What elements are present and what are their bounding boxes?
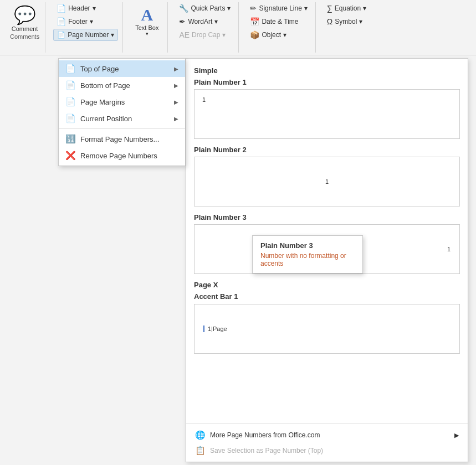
- menu-item-top-of-page[interactable]: 📄 Top of Page ▶: [59, 60, 185, 77]
- plain-number-2-preview[interactable]: 1: [194, 157, 460, 206]
- insert-rows: 🔧 Quick Parts ▾ ✒ WordArt ▾ AE Drop Cap …: [176, 2, 234, 41]
- comments-group-label: Comments: [10, 33, 39, 40]
- drop-cap-button[interactable]: AE Drop Cap ▾: [176, 29, 234, 41]
- globe-icon: 🌐: [195, 430, 206, 440]
- top-of-page-icon: 📄: [65, 64, 76, 74]
- quick-parts-icon: 🔧: [179, 4, 188, 13]
- comment-button[interactable]: 💬 Comment Comments: [4, 2, 45, 53]
- save-selection-icon: 📋: [195, 446, 206, 456]
- comment-icon: 💬: [14, 4, 36, 25]
- textbox-button[interactable]: A Text Box ▾: [131, 2, 163, 40]
- plain-number-1-label: Plain Number 1: [194, 78, 460, 86]
- accent-bar-1-item: 1|Page: [194, 304, 460, 354]
- remove-page-numbers-icon: ❌: [65, 151, 76, 161]
- tooltip-description: Number with no formatting or accents: [260, 252, 355, 267]
- footer-button[interactable]: 📄 Footer ▾: [53, 16, 118, 28]
- menu-item-bottom-of-page[interactable]: 📄 Bottom of Page ▶: [59, 77, 185, 94]
- date-time-button[interactable]: 📅 Date & Time: [247, 16, 310, 28]
- save-selection-button: 📋 Save Selection as Page Number (Top): [192, 443, 462, 458]
- menu-item-current-position[interactable]: 📄 Current Position ▶: [59, 110, 185, 127]
- menu-item-remove-page-numbers-label: Remove Page Numbers: [80, 152, 157, 160]
- plain-number-2-label: Plain Number 2: [194, 146, 460, 154]
- symbol-button[interactable]: Ω Symbol ▾: [324, 16, 370, 28]
- comment-label: Comment: [12, 25, 38, 32]
- section-simple-title: Simple: [194, 66, 460, 75]
- wordart-label: WordArt: [188, 18, 212, 25]
- section-page-x-title: Page X: [194, 281, 460, 289]
- equation-button[interactable]: ∑ Equation ▾: [324, 2, 370, 14]
- sig-group: ✏ Signature Line ▾ 📅 Date & Time 📦 Objec…: [242, 2, 315, 53]
- plain-number-2-item: Plain Number 2 1: [194, 146, 460, 206]
- plain-number-1-value: 1: [202, 96, 206, 103]
- textbox-group: A Text Box ▾: [126, 2, 168, 53]
- drop-cap-icon: AE: [179, 30, 190, 39]
- wordart-icon: ✒: [179, 17, 186, 26]
- chevron-right-icon-2: ▶: [174, 82, 178, 89]
- page-number-icon: 📄: [57, 31, 65, 39]
- menu-item-top-of-page-label: Top of Page: [80, 65, 119, 73]
- menu-item-current-position-label: Current Position: [80, 115, 132, 123]
- header-label: Header: [68, 4, 90, 12]
- symbol-icon: Ω: [327, 17, 332, 26]
- equation-label: Equation: [335, 4, 361, 12]
- page-number-label: Page Number: [68, 31, 109, 39]
- plain-number-3-label: Plain Number 3: [194, 213, 460, 221]
- page-number-dropdown: 📄 Top of Page ▶ 📄 Bottom of Page ▶ 📄 Pag…: [58, 58, 186, 166]
- header-button[interactable]: 📄 Header ▾: [53, 2, 118, 14]
- date-time-label: Date & Time: [262, 18, 298, 25]
- plain-number-1-item: Plain Number 1 1: [194, 78, 460, 139]
- save-selection-label: Save Selection as Page Number (Top): [210, 447, 323, 454]
- sig-rows: ✏ Signature Line ▾ 📅 Date & Time 📦 Objec…: [247, 2, 310, 41]
- menu-item-remove-page-numbers[interactable]: ❌ Remove Page Numbers: [59, 147, 185, 164]
- equation-rows: ∑ Equation ▾ Ω Symbol ▾: [324, 2, 370, 28]
- wordart-button[interactable]: ✒ WordArt ▾: [176, 16, 234, 28]
- menu-item-format-page-numbers-label: Format Page Numbers...: [80, 135, 159, 143]
- header-footer-rows: 📄 Header ▾ 📄 Footer ▾ 📄 Page Number ▾: [53, 2, 118, 41]
- more-page-numbers-arrow: ▶: [454, 432, 459, 439]
- menu-divider-1: [59, 128, 185, 129]
- header-footer-group: 📄 Header ▾ 📄 Footer ▾ 📄 Page Number ▾: [49, 2, 123, 53]
- chevron-right-icon-4: ▶: [174, 116, 178, 122]
- header-icon: 📄: [57, 4, 66, 13]
- menu-item-page-margins[interactable]: 📄 Page Margins ▶: [59, 94, 185, 110]
- date-time-icon: 📅: [250, 17, 259, 26]
- ribbon: 💬 Comment Comments 📄 Header ▾ 📄 Footer ▾…: [0, 0, 476, 55]
- quick-parts-label: Quick Parts: [191, 4, 225, 12]
- signature-line-label: Signature Line: [259, 4, 301, 12]
- signature-line-button[interactable]: ✏ Signature Line ▾: [247, 2, 310, 14]
- format-page-numbers-icon: 🔢: [65, 134, 76, 144]
- equation-icon: ∑: [327, 4, 332, 13]
- equation-group: ∑ Equation ▾ Ω Symbol ▾: [319, 2, 374, 53]
- quick-parts-button[interactable]: 🔧 Quick Parts ▾: [176, 2, 234, 14]
- object-label: Object: [262, 31, 281, 39]
- section-accent-title: Accent Bar 1: [194, 292, 460, 301]
- textbox-icon: A: [141, 6, 153, 24]
- plain-number-3-tooltip: Plain Number 3 Number with no formatting…: [252, 235, 363, 273]
- menu-item-bottom-of-page-label: Bottom of Page: [80, 81, 130, 90]
- menu-item-page-margins-label: Page Margins: [80, 98, 125, 106]
- panel-footer: 🌐 More Page Numbers from Office.com ▶ 📋 …: [186, 423, 468, 462]
- insert-group: 🔧 Quick Parts ▾ ✒ WordArt ▾ AE Drop Cap …: [171, 2, 239, 53]
- footer-label: Footer: [68, 18, 88, 25]
- object-button[interactable]: 📦 Object ▾: [247, 29, 310, 41]
- footer-icon: 📄: [57, 17, 66, 26]
- menu-item-format-page-numbers[interactable]: 🔢 Format Page Numbers...: [59, 131, 185, 147]
- accent-bar-value: 1|Page: [203, 326, 227, 332]
- drop-cap-label: Drop Cap: [192, 31, 220, 39]
- accent-bar-1-preview[interactable]: 1|Page: [194, 304, 460, 354]
- symbol-label: Symbol: [335, 18, 357, 25]
- textbox-label: Text Box: [135, 24, 158, 31]
- page-margins-icon: 📄: [65, 97, 76, 107]
- more-page-numbers-button[interactable]: 🌐 More Page Numbers from Office.com ▶: [192, 427, 462, 443]
- object-icon: 📦: [250, 30, 259, 39]
- more-page-numbers-label: More Page Numbers from Office.com: [210, 431, 320, 439]
- plain-number-1-preview[interactable]: 1: [194, 89, 460, 139]
- signature-line-icon: ✏: [250, 4, 257, 13]
- plain-number-2-value: 1: [325, 178, 329, 185]
- tooltip-title: Plain Number 3: [260, 241, 355, 250]
- page-number-button[interactable]: 📄 Page Number ▾: [53, 29, 118, 41]
- current-position-icon: 📄: [65, 113, 76, 123]
- chevron-right-icon-3: ▶: [174, 99, 178, 105]
- plain-number-3-value: 1: [447, 246, 451, 252]
- chevron-right-icon: ▶: [174, 66, 178, 72]
